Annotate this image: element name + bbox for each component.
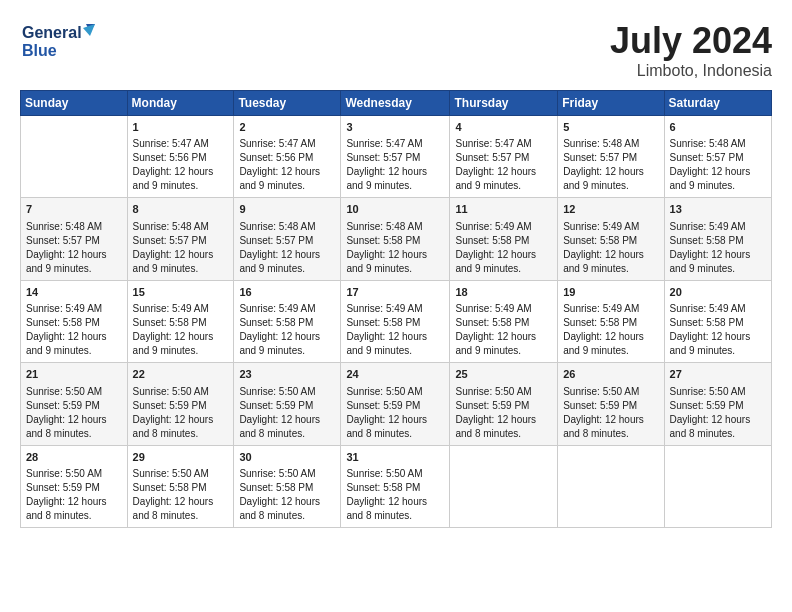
col-friday: Friday xyxy=(558,91,664,116)
day-number: 9 xyxy=(239,202,335,217)
day-number: 1 xyxy=(133,120,229,135)
day-content: Sunrise: 5:50 AM Sunset: 5:58 PM Dayligh… xyxy=(346,467,444,523)
title-block: July 2024 Limboto, Indonesia xyxy=(610,20,772,80)
day-number: 11 xyxy=(455,202,552,217)
day-content: Sunrise: 5:49 AM Sunset: 5:58 PM Dayligh… xyxy=(26,302,122,358)
day-content: Sunrise: 5:50 AM Sunset: 5:59 PM Dayligh… xyxy=(26,385,122,441)
day-content: Sunrise: 5:49 AM Sunset: 5:58 PM Dayligh… xyxy=(670,220,766,276)
month-title: July 2024 xyxy=(610,20,772,62)
calendar-cell: 13Sunrise: 5:49 AM Sunset: 5:58 PM Dayli… xyxy=(664,198,771,280)
calendar-cell: 22Sunrise: 5:50 AM Sunset: 5:59 PM Dayli… xyxy=(127,363,234,445)
calendar-cell: 15Sunrise: 5:49 AM Sunset: 5:58 PM Dayli… xyxy=(127,280,234,362)
calendar-week-row: 7Sunrise: 5:48 AM Sunset: 5:57 PM Daylig… xyxy=(21,198,772,280)
col-monday: Monday xyxy=(127,91,234,116)
calendar-week-row: 21Sunrise: 5:50 AM Sunset: 5:59 PM Dayli… xyxy=(21,363,772,445)
calendar-week-row: 14Sunrise: 5:49 AM Sunset: 5:58 PM Dayli… xyxy=(21,280,772,362)
day-content: Sunrise: 5:50 AM Sunset: 5:59 PM Dayligh… xyxy=(455,385,552,441)
day-number: 25 xyxy=(455,367,552,382)
calendar-cell: 16Sunrise: 5:49 AM Sunset: 5:58 PM Dayli… xyxy=(234,280,341,362)
day-content: Sunrise: 5:49 AM Sunset: 5:58 PM Dayligh… xyxy=(133,302,229,358)
day-number: 16 xyxy=(239,285,335,300)
day-number: 7 xyxy=(26,202,122,217)
day-number: 31 xyxy=(346,450,444,465)
col-sunday: Sunday xyxy=(21,91,128,116)
day-content: Sunrise: 5:50 AM Sunset: 5:58 PM Dayligh… xyxy=(239,467,335,523)
calendar-cell: 3Sunrise: 5:47 AM Sunset: 5:57 PM Daylig… xyxy=(341,116,450,198)
calendar-cell: 11Sunrise: 5:49 AM Sunset: 5:58 PM Dayli… xyxy=(450,198,558,280)
day-number: 22 xyxy=(133,367,229,382)
calendar-cell: 27Sunrise: 5:50 AM Sunset: 5:59 PM Dayli… xyxy=(664,363,771,445)
col-tuesday: Tuesday xyxy=(234,91,341,116)
calendar-cell xyxy=(664,445,771,527)
calendar-cell: 12Sunrise: 5:49 AM Sunset: 5:58 PM Dayli… xyxy=(558,198,664,280)
calendar-header-row: Sunday Monday Tuesday Wednesday Thursday… xyxy=(21,91,772,116)
day-number: 30 xyxy=(239,450,335,465)
calendar-cell xyxy=(21,116,128,198)
calendar-cell: 21Sunrise: 5:50 AM Sunset: 5:59 PM Dayli… xyxy=(21,363,128,445)
page: GeneralBlue July 2024 Limboto, Indonesia… xyxy=(0,0,792,612)
day-content: Sunrise: 5:50 AM Sunset: 5:58 PM Dayligh… xyxy=(133,467,229,523)
day-content: Sunrise: 5:50 AM Sunset: 5:59 PM Dayligh… xyxy=(133,385,229,441)
day-content: Sunrise: 5:47 AM Sunset: 5:57 PM Dayligh… xyxy=(455,137,552,193)
calendar-cell xyxy=(450,445,558,527)
day-content: Sunrise: 5:50 AM Sunset: 5:59 PM Dayligh… xyxy=(239,385,335,441)
day-content: Sunrise: 5:50 AM Sunset: 5:59 PM Dayligh… xyxy=(670,385,766,441)
calendar-cell xyxy=(558,445,664,527)
svg-text:Blue: Blue xyxy=(22,42,57,59)
col-thursday: Thursday xyxy=(450,91,558,116)
day-number: 21 xyxy=(26,367,122,382)
day-content: Sunrise: 5:50 AM Sunset: 5:59 PM Dayligh… xyxy=(26,467,122,523)
day-content: Sunrise: 5:49 AM Sunset: 5:58 PM Dayligh… xyxy=(239,302,335,358)
calendar-cell: 23Sunrise: 5:50 AM Sunset: 5:59 PM Dayli… xyxy=(234,363,341,445)
day-number: 17 xyxy=(346,285,444,300)
calendar-cell: 9Sunrise: 5:48 AM Sunset: 5:57 PM Daylig… xyxy=(234,198,341,280)
day-number: 27 xyxy=(670,367,766,382)
day-content: Sunrise: 5:49 AM Sunset: 5:58 PM Dayligh… xyxy=(346,302,444,358)
day-number: 12 xyxy=(563,202,658,217)
day-content: Sunrise: 5:47 AM Sunset: 5:56 PM Dayligh… xyxy=(133,137,229,193)
day-number: 13 xyxy=(670,202,766,217)
calendar-cell: 28Sunrise: 5:50 AM Sunset: 5:59 PM Dayli… xyxy=(21,445,128,527)
calendar-cell: 30Sunrise: 5:50 AM Sunset: 5:58 PM Dayli… xyxy=(234,445,341,527)
day-number: 29 xyxy=(133,450,229,465)
calendar-cell: 24Sunrise: 5:50 AM Sunset: 5:59 PM Dayli… xyxy=(341,363,450,445)
day-content: Sunrise: 5:50 AM Sunset: 5:59 PM Dayligh… xyxy=(563,385,658,441)
calendar-cell: 18Sunrise: 5:49 AM Sunset: 5:58 PM Dayli… xyxy=(450,280,558,362)
day-number: 18 xyxy=(455,285,552,300)
day-number: 2 xyxy=(239,120,335,135)
day-number: 26 xyxy=(563,367,658,382)
calendar-cell: 17Sunrise: 5:49 AM Sunset: 5:58 PM Dayli… xyxy=(341,280,450,362)
day-number: 19 xyxy=(563,285,658,300)
day-content: Sunrise: 5:49 AM Sunset: 5:58 PM Dayligh… xyxy=(455,302,552,358)
calendar-cell: 14Sunrise: 5:49 AM Sunset: 5:58 PM Dayli… xyxy=(21,280,128,362)
day-number: 15 xyxy=(133,285,229,300)
day-number: 6 xyxy=(670,120,766,135)
day-content: Sunrise: 5:48 AM Sunset: 5:58 PM Dayligh… xyxy=(346,220,444,276)
header: GeneralBlue July 2024 Limboto, Indonesia xyxy=(20,20,772,80)
col-wednesday: Wednesday xyxy=(341,91,450,116)
calendar-cell: 31Sunrise: 5:50 AM Sunset: 5:58 PM Dayli… xyxy=(341,445,450,527)
calendar-cell: 20Sunrise: 5:49 AM Sunset: 5:58 PM Dayli… xyxy=(664,280,771,362)
day-content: Sunrise: 5:49 AM Sunset: 5:58 PM Dayligh… xyxy=(670,302,766,358)
calendar-cell: 7Sunrise: 5:48 AM Sunset: 5:57 PM Daylig… xyxy=(21,198,128,280)
day-content: Sunrise: 5:48 AM Sunset: 5:57 PM Dayligh… xyxy=(239,220,335,276)
day-number: 20 xyxy=(670,285,766,300)
day-number: 10 xyxy=(346,202,444,217)
day-content: Sunrise: 5:50 AM Sunset: 5:59 PM Dayligh… xyxy=(346,385,444,441)
logo: GeneralBlue xyxy=(20,20,110,65)
calendar-cell: 19Sunrise: 5:49 AM Sunset: 5:58 PM Dayli… xyxy=(558,280,664,362)
calendar-cell: 2Sunrise: 5:47 AM Sunset: 5:56 PM Daylig… xyxy=(234,116,341,198)
day-content: Sunrise: 5:48 AM Sunset: 5:57 PM Dayligh… xyxy=(563,137,658,193)
day-number: 14 xyxy=(26,285,122,300)
day-number: 8 xyxy=(133,202,229,217)
day-content: Sunrise: 5:47 AM Sunset: 5:57 PM Dayligh… xyxy=(346,137,444,193)
day-number: 24 xyxy=(346,367,444,382)
day-content: Sunrise: 5:48 AM Sunset: 5:57 PM Dayligh… xyxy=(26,220,122,276)
calendar-cell: 4Sunrise: 5:47 AM Sunset: 5:57 PM Daylig… xyxy=(450,116,558,198)
calendar-table: Sunday Monday Tuesday Wednesday Thursday… xyxy=(20,90,772,528)
day-content: Sunrise: 5:48 AM Sunset: 5:57 PM Dayligh… xyxy=(133,220,229,276)
day-number: 28 xyxy=(26,450,122,465)
day-number: 4 xyxy=(455,120,552,135)
calendar-cell: 26Sunrise: 5:50 AM Sunset: 5:59 PM Dayli… xyxy=(558,363,664,445)
day-content: Sunrise: 5:47 AM Sunset: 5:56 PM Dayligh… xyxy=(239,137,335,193)
